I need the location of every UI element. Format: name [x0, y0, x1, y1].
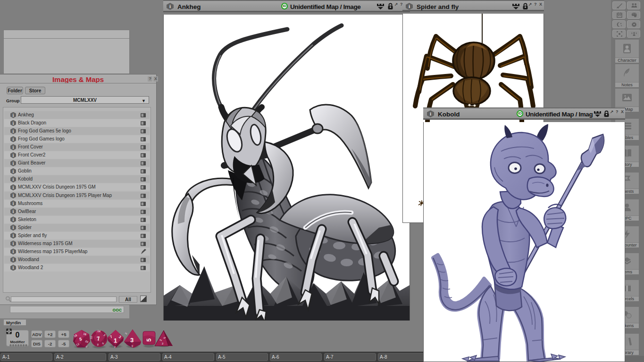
svg-text:9: 9: [114, 346, 116, 348]
svg-text:8: 8: [132, 345, 133, 347]
svg-text:1: 1: [114, 337, 117, 344]
svg-text:2: 2: [125, 332, 128, 335]
svg-text:5: 5: [145, 338, 152, 342]
svg-text:3: 3: [130, 337, 134, 344]
